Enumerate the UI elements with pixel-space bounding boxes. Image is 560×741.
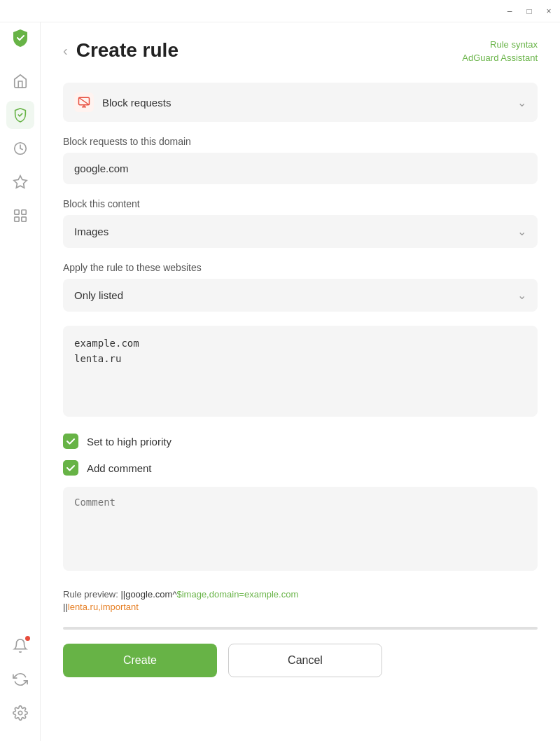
sidebar-item-activity[interactable] (6, 134, 34, 162)
sidebar-item-protection[interactable] (6, 101, 34, 129)
main-content: ‹ Create rule Rule syntax AdGuard Assist… (41, 22, 560, 741)
add-comment-label: Add comment (87, 462, 152, 474)
svg-rect-2 (14, 210, 18, 214)
svg-point-6 (18, 711, 22, 715)
rule-preview-label: Rule preview: (63, 589, 118, 600)
rule-syntax-link[interactable]: Rule syntax (490, 39, 538, 50)
rule-preview-param-green: $image,domain=example.com (176, 589, 298, 600)
apply-rule-chevron-icon: ⌄ (517, 289, 526, 302)
sidebar-item-favorites[interactable] (6, 168, 34, 196)
page-title: Create rule (76, 39, 178, 62)
apply-rule-label: Apply the rule to these websites (63, 262, 538, 273)
svg-rect-4 (14, 217, 18, 221)
content-type-section: Block this content Images ⌄ (63, 198, 538, 248)
block-requests-icon (74, 92, 94, 112)
back-button[interactable]: ‹ (63, 43, 68, 57)
rule-preview-text: Rule preview: ||google.com^$image,domain… (63, 589, 298, 612)
apply-rule-section: Apply the rule to these websites Only li… (63, 262, 538, 312)
sidebar-item-settings[interactable] (6, 699, 34, 727)
rule-type-dropdown-left: Block requests (74, 92, 171, 112)
sidebar-bottom (6, 632, 34, 741)
create-button[interactable]: Create (63, 644, 217, 677)
minimize-button[interactable]: – (504, 6, 515, 17)
sidebar-item-extensions[interactable] (6, 202, 34, 230)
header-left: ‹ Create rule (63, 39, 178, 62)
rule-type-label: Block requests (102, 97, 171, 109)
domain-label: Block requests to this domain (63, 136, 538, 147)
page-header: ‹ Create rule Rule syntax AdGuard Assist… (63, 39, 538, 63)
comment-input[interactable] (63, 487, 538, 571)
rule-type-section: Block requests ⌄ (63, 83, 538, 122)
domain-section: Block requests to this domain (63, 136, 538, 184)
content-type-chevron-icon: ⌄ (517, 225, 526, 238)
high-priority-label: Set to high priority (87, 436, 172, 448)
content-type-value: Images (74, 226, 108, 237)
close-button[interactable]: × (543, 6, 554, 17)
add-comment-row: Add comment (63, 460, 538, 476)
add-comment-checkbox[interactable] (63, 460, 78, 476)
notification-badge (25, 636, 30, 641)
svg-rect-5 (21, 217, 25, 221)
cancel-button[interactable]: Cancel (228, 644, 382, 677)
maximize-button[interactable]: □ (524, 6, 535, 17)
svg-marker-1 (13, 176, 26, 188)
adguard-assistant-link[interactable]: AdGuard Assistant (462, 53, 538, 63)
sidebar-item-notifications[interactable] (6, 632, 34, 660)
content-type-label: Block this content (63, 198, 538, 209)
apply-rule-dropdown[interactable]: Only listed ⌄ (63, 279, 538, 312)
rule-preview-section: Rule preview: ||google.com^$image,domain… (63, 588, 538, 613)
websites-input[interactable] (63, 326, 538, 417)
content-type-dropdown[interactable]: Images ⌄ (63, 215, 538, 248)
rule-type-dropdown[interactable]: Block requests ⌄ (63, 83, 538, 122)
svg-rect-3 (21, 210, 25, 214)
sidebar-item-home[interactable] (6, 67, 34, 95)
high-priority-checkbox[interactable] (63, 434, 78, 449)
rule-type-chevron-icon: ⌄ (517, 96, 526, 109)
titlebar: – □ × (0, 0, 560, 22)
rule-preview-separator: || (63, 602, 68, 612)
apply-rule-value: Only listed (74, 289, 123, 301)
sidebar (0, 0, 41, 741)
websites-section (63, 326, 538, 420)
domain-input[interactable] (63, 153, 538, 184)
header-links: Rule syntax AdGuard Assistant (462, 39, 538, 63)
app-logo (10, 28, 30, 50)
high-priority-row: Set to high priority (63, 434, 538, 449)
rule-preview-domain: google.com (125, 589, 172, 600)
sidebar-item-sync[interactable] (6, 665, 34, 693)
action-buttons: Create Cancel (63, 644, 538, 677)
rule-preview-param-orange: lenta.ru,important (68, 602, 139, 612)
scrollbar[interactable] (63, 627, 538, 630)
comment-section (63, 487, 538, 574)
svg-line-10 (79, 97, 90, 105)
